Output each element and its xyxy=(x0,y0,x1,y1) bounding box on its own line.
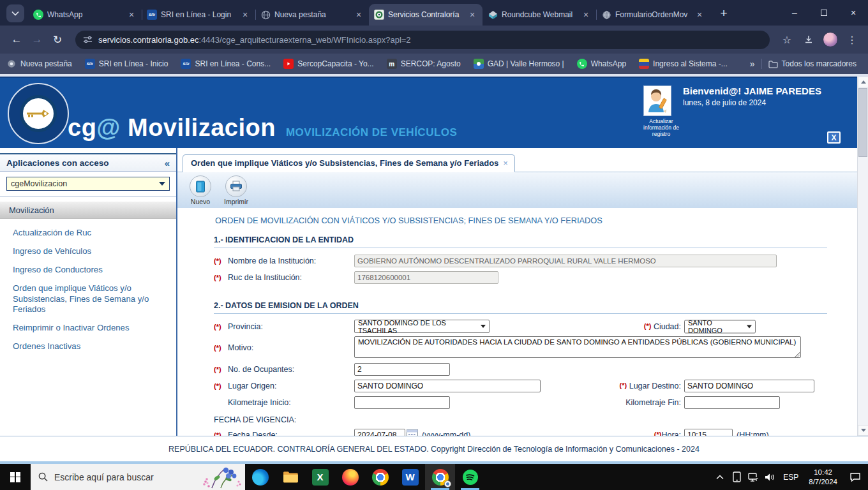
address-bar[interactable]: servicios.contraloria.gob.ec:4443/cge_ar… xyxy=(75,31,770,49)
bookmark-item[interactable]: m SERCOP: Agosto xyxy=(387,59,461,69)
sri-icon: SRi xyxy=(181,59,191,69)
imprimir-label: Imprimir xyxy=(221,198,251,205)
calendar-icon[interactable] xyxy=(407,429,418,436)
bookmark-star-icon[interactable]: ☆ xyxy=(777,30,797,49)
taskbar-app-chrome-profile[interactable] xyxy=(425,464,455,490)
tab-search-button[interactable] xyxy=(6,4,24,22)
tab-close-icon[interactable]: × xyxy=(354,10,364,20)
language-indicator[interactable]: ESP xyxy=(778,473,804,482)
new-tab-button[interactable]: + xyxy=(715,4,733,22)
ciudad-select[interactable]: SANTO DOMINGO xyxy=(684,320,756,333)
forward-button[interactable]: → xyxy=(27,29,47,50)
welcome-text: Bienvenid@! JAIME PAREDES xyxy=(683,85,821,96)
volume-icon[interactable] xyxy=(761,464,778,490)
lugar-origen-input[interactable] xyxy=(354,380,541,392)
lugar-origen-label: Lugar Origen: xyxy=(228,382,354,390)
browser-tab-servicios-contraloria[interactable]: Servicios Contraloría × xyxy=(369,4,483,26)
browser-tab-nueva-pestana[interactable]: Nueva pestaña × xyxy=(255,4,369,26)
bookmark-item[interactable]: Nueva pestaña xyxy=(6,59,72,69)
hora-desde-input[interactable] xyxy=(684,429,733,436)
taskbar-app-edge[interactable] xyxy=(245,464,275,490)
header-close-button[interactable]: X xyxy=(827,131,841,144)
ocupantes-input[interactable] xyxy=(354,363,450,376)
tab-close-icon[interactable]: × xyxy=(126,10,137,20)
bookmark-item[interactable]: SRi SRI en Línea - Inicio xyxy=(85,59,168,69)
profile-avatar[interactable] xyxy=(821,30,840,49)
browser-tab-whatsapp[interactable]: WhatsApp × xyxy=(28,4,142,26)
taskbar-app-chrome[interactable] xyxy=(365,464,395,490)
close-button[interactable]: × xyxy=(839,0,868,26)
minimize-button[interactable]: – xyxy=(780,0,809,26)
sidebar-menu: Actualización de Ruc Ingreso de Vehículo… xyxy=(0,219,176,352)
application-select[interactable]: cgeMovilizacion xyxy=(6,177,170,191)
user-panel: Actualizar información de registro Bienv… xyxy=(643,85,821,138)
network-icon[interactable] xyxy=(745,464,761,490)
taskbar-app-explorer[interactable] xyxy=(275,464,305,490)
nuevo-button[interactable]: Nuevo xyxy=(185,175,216,208)
sidebar-item-ordenes-inactivas[interactable]: Ordenes Inactivas xyxy=(13,341,170,352)
km-inicio-input[interactable] xyxy=(354,396,450,409)
km-fin-label: Kilometraje Fin: xyxy=(625,398,681,407)
bookmark-item[interactable]: SercopCapacita - Yo... xyxy=(283,59,373,69)
resize-handle[interactable] xyxy=(794,352,800,357)
bookmark-item[interactable]: Ingreso al Sistema -... xyxy=(639,59,728,69)
taskbar-search[interactable]: Escribe aquí para buscar xyxy=(31,464,245,490)
lugar-destino-input[interactable] xyxy=(684,380,814,392)
tab-close-icon[interactable]: × xyxy=(240,10,250,20)
browser-tab-roundcube[interactable]: Roundcube Webmail × xyxy=(483,4,596,26)
scroll-up-button[interactable] xyxy=(858,77,868,87)
tab-close-icon[interactable]: × xyxy=(581,10,591,20)
app-subtitle: MOVILIZACIÓN DE VEHÍCULOS xyxy=(286,126,457,139)
imprimir-button[interactable]: Imprimir xyxy=(221,175,251,208)
document-tab-close-icon[interactable]: × xyxy=(503,158,508,168)
downloads-icon[interactable] xyxy=(799,30,818,49)
sri-icon: SRi xyxy=(147,10,157,20)
sidebar-item-ingreso-conductores[interactable]: Ingreso de Conductores xyxy=(13,265,170,276)
bookmark-item[interactable]: SRi SRI en Línea - Cons... xyxy=(181,59,271,69)
sidebar-collapse-icon[interactable]: « xyxy=(165,158,170,168)
reload-button[interactable]: ↻ xyxy=(47,29,68,50)
sidebar-item-reimprimir[interactable]: Reimprimir o Inactivar Ordenes xyxy=(13,323,170,334)
folder-icon xyxy=(768,60,778,68)
fecha-desde-input[interactable] xyxy=(354,429,405,436)
sidebar-item-actualizacion-ruc[interactable]: Actualización de Ruc xyxy=(13,228,170,239)
browser-menu-icon[interactable]: ⋮ xyxy=(842,30,862,49)
sidebar-item-orden-viaticos[interactable]: Orden que implique Viáticos y/o Subsiste… xyxy=(13,283,170,316)
taskbar-app-spotify[interactable] xyxy=(455,464,485,490)
bookmark-item[interactable]: WhatsApp xyxy=(577,59,626,69)
action-center-icon[interactable] xyxy=(842,464,868,490)
bookmarks-overflow-icon[interactable]: » xyxy=(750,59,755,69)
taskbar-app-excel[interactable]: X xyxy=(305,464,335,490)
document-tab[interactable]: Orden que implique Viáticos y/o Subsiste… xyxy=(183,154,515,172)
tablet-mode-icon[interactable] xyxy=(728,464,745,490)
provincia-select[interactable]: SANTO DOMINGO DE LOS TSACHILAS xyxy=(354,320,490,333)
all-bookmarks-button[interactable]: Todos los marcadores xyxy=(768,59,857,68)
update-registry-button[interactable]: Actualizar información de registro xyxy=(643,85,674,138)
nombre-input[interactable] xyxy=(354,255,777,267)
page-scrollbar[interactable] xyxy=(857,77,868,436)
bookmark-label: WhatsApp xyxy=(591,59,626,68)
scrollbar-thumb[interactable] xyxy=(858,88,867,157)
window-controls: – × xyxy=(780,0,868,26)
browser-tab-sri-login[interactable]: SRi SRI en Línea - Login × xyxy=(142,4,255,26)
field-row-provincia: (*) Provincia: SANTO DOMINGO DE LOS TSAC… xyxy=(214,318,827,334)
clock[interactable]: 10:42 8/7/2024 xyxy=(804,468,842,487)
taskbar-app-word[interactable]: W xyxy=(395,464,425,490)
km-fin-input[interactable] xyxy=(684,396,780,409)
motivo-textarea[interactable]: MOVILIZACIÓN DE AUTORIDADES HACIA LA CIU… xyxy=(354,336,801,358)
ruc-input[interactable] xyxy=(354,271,498,284)
browser-tab-formulario-orden[interactable]: FormularioOrdenMov × xyxy=(596,4,710,26)
tab-close-icon[interactable]: × xyxy=(694,10,705,20)
sidebar-item-ingreso-vehiculos[interactable]: Ingreso de Vehículos xyxy=(13,246,170,257)
taskbar-app-firefox[interactable] xyxy=(335,464,365,490)
back-button[interactable]: ← xyxy=(6,29,27,50)
bookmark-item[interactable]: GAD | Valle Hermoso | xyxy=(474,59,564,69)
chevron-down-icon xyxy=(747,325,752,328)
section1-title: 1.- IDENTIFICACION DE LA ENTIDAD xyxy=(214,235,827,248)
maximize-button[interactable] xyxy=(809,0,839,26)
tab-label: Nueva pestaña xyxy=(274,10,350,19)
start-button[interactable] xyxy=(0,464,31,490)
tab-close-icon[interactable]: × xyxy=(467,10,477,20)
tray-expand-icon[interactable] xyxy=(712,464,728,490)
scroll-down-button[interactable] xyxy=(858,425,868,436)
